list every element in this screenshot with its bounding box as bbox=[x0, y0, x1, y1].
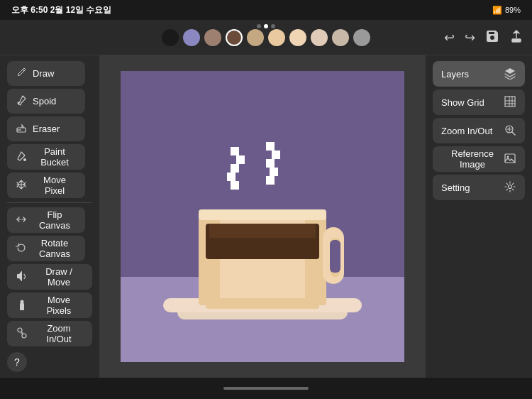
indicator-1 bbox=[257, 24, 261, 28]
svg-point-5 bbox=[18, 328, 22, 332]
eraser-tool-button[interactable]: Eraser bbox=[7, 116, 85, 141]
svg-point-6 bbox=[22, 334, 26, 338]
rotate-canvas-label: Rotate Canvas bbox=[33, 238, 77, 259]
draw-tool-label: Draw bbox=[33, 68, 54, 79]
paint-bucket-icon bbox=[16, 151, 27, 164]
color-swatch-8[interactable] bbox=[332, 29, 349, 46]
svg-point-41 bbox=[507, 155, 509, 158]
layers-button[interactable]: Layers bbox=[433, 61, 525, 87]
top-toolbar: ↩ ↪ bbox=[0, 20, 532, 55]
svg-rect-27 bbox=[272, 151, 280, 159]
export-button[interactable] bbox=[509, 29, 523, 46]
gear-icon bbox=[504, 180, 516, 195]
undo-button[interactable]: ↩ bbox=[444, 30, 455, 45]
bottom-tools-section: Draw / Move Move Pixels Zoom In/Out ? bbox=[7, 264, 92, 372]
flip-canvas-button[interactable]: Flip Canvas bbox=[7, 207, 85, 233]
layers-icon bbox=[504, 67, 516, 82]
zoom-inout-left-icon bbox=[16, 327, 28, 341]
svg-rect-25 bbox=[270, 168, 278, 176]
color-swatch-1[interactable] bbox=[183, 29, 200, 46]
image-icon bbox=[504, 152, 516, 167]
color-swatch-2[interactable] bbox=[204, 29, 221, 46]
reference-image-button[interactable]: Reference Image bbox=[433, 146, 525, 172]
layers-label: Layers bbox=[441, 69, 469, 80]
indicator-3 bbox=[271, 24, 275, 28]
svg-rect-24 bbox=[266, 176, 275, 185]
svg-rect-16 bbox=[330, 240, 340, 273]
zoom-inout-left-label: Zoom In/Out bbox=[34, 323, 84, 344]
draw-tool-icon bbox=[16, 67, 27, 80]
svg-rect-19 bbox=[231, 181, 239, 190]
color-swatch-9[interactable] bbox=[353, 29, 370, 46]
status-right: 📶 89% bbox=[492, 6, 521, 15]
color-swatch-4[interactable] bbox=[247, 29, 264, 46]
svg-rect-29 bbox=[199, 209, 326, 220]
top-nav-buttons: ↩ ↪ bbox=[444, 29, 523, 46]
svg-point-1 bbox=[18, 102, 20, 104]
flip-canvas-icon bbox=[16, 214, 27, 227]
left-toolbar: Draw Spoid Eraser Paint Bucket Move Pixe… bbox=[0, 55, 99, 378]
svg-rect-26 bbox=[266, 159, 275, 168]
color-swatch-3[interactable] bbox=[226, 29, 243, 46]
reference-image-label: Reference Image bbox=[441, 148, 504, 170]
spoid-tool-button[interactable]: Spoid bbox=[7, 89, 85, 114]
rotate-canvas-button[interactable]: Rotate Canvas bbox=[7, 236, 85, 261]
svg-point-3 bbox=[23, 158, 26, 161]
bottom-bar bbox=[0, 378, 532, 399]
save-button[interactable] bbox=[485, 29, 499, 46]
svg-rect-31 bbox=[505, 97, 515, 106]
help-icon: ? bbox=[14, 356, 20, 368]
tool-separator-1 bbox=[7, 202, 92, 203]
show-grid-button[interactable]: Show Grid bbox=[433, 89, 525, 115]
pixel-canvas[interactable] bbox=[121, 71, 404, 362]
color-swatch-6[interactable] bbox=[289, 29, 306, 46]
move-pixels-icon bbox=[16, 298, 28, 313]
indicator-2 bbox=[264, 24, 268, 28]
zoom-inout-left-button[interactable]: Zoom In/Out bbox=[7, 321, 92, 346]
svg-rect-30 bbox=[206, 298, 319, 309]
battery-icon: 89% bbox=[505, 6, 521, 14]
setting-label: Setting bbox=[441, 182, 470, 193]
svg-rect-23 bbox=[231, 147, 239, 155]
svg-rect-28 bbox=[266, 142, 275, 151]
spoid-tool-label: Spoid bbox=[33, 96, 56, 106]
draw-move-icon bbox=[16, 270, 28, 285]
color-swatch-7[interactable] bbox=[311, 29, 328, 46]
status-time: 오후 6:50 2월 12일 수요일 bbox=[11, 4, 111, 16]
eraser-tool-icon bbox=[16, 122, 27, 136]
color-swatch-5[interactable] bbox=[268, 29, 285, 46]
color-swatch-0[interactable] bbox=[162, 29, 179, 46]
draw-move-label: Draw / Move bbox=[34, 266, 84, 288]
canvas-area bbox=[99, 55, 426, 378]
zoom-icon bbox=[504, 124, 516, 138]
svg-rect-18 bbox=[209, 224, 316, 238]
svg-rect-21 bbox=[231, 164, 239, 173]
right-toolbar: Layers Show Grid Zoom In/Out Reference I… bbox=[426, 55, 532, 378]
help-button[interactable]: ? bbox=[7, 352, 27, 372]
home-indicator bbox=[223, 387, 309, 390]
status-bar: 오후 6:50 2월 12일 수요일 📶 89% bbox=[0, 0, 532, 20]
svg-rect-20 bbox=[227, 173, 235, 181]
move-pixel-label: Move Pixel bbox=[33, 175, 77, 196]
move-pixel-button[interactable]: Move Pixel bbox=[7, 173, 85, 198]
wifi-icon: 📶 bbox=[492, 6, 502, 15]
setting-button[interactable]: Setting bbox=[433, 175, 525, 200]
move-pixels-label: Move Pixels bbox=[34, 295, 84, 316]
rotate-canvas-icon bbox=[16, 242, 27, 256]
show-grid-label: Show Grid bbox=[441, 97, 484, 108]
svg-point-42 bbox=[509, 185, 512, 188]
flip-canvas-label: Flip Canvas bbox=[33, 209, 77, 231]
zoom-inout-label: Zoom In/Out bbox=[441, 126, 492, 136]
svg-line-37 bbox=[512, 132, 515, 135]
redo-button[interactable]: ↪ bbox=[465, 30, 475, 45]
paint-bucket-button[interactable]: Paint Bucket bbox=[7, 144, 85, 170]
eraser-tool-label: Eraser bbox=[33, 124, 60, 134]
paint-bucket-label: Paint Bucket bbox=[33, 146, 77, 168]
move-pixel-icon bbox=[16, 179, 27, 192]
zoom-inout-button[interactable]: Zoom In/Out bbox=[433, 118, 525, 143]
move-pixels-button[interactable]: Move Pixels bbox=[7, 293, 92, 318]
draw-tool-button[interactable]: Draw bbox=[7, 61, 85, 86]
draw-move-button[interactable]: Draw / Move bbox=[7, 264, 92, 290]
page-indicators bbox=[257, 24, 275, 28]
spoid-tool-icon bbox=[16, 94, 27, 108]
